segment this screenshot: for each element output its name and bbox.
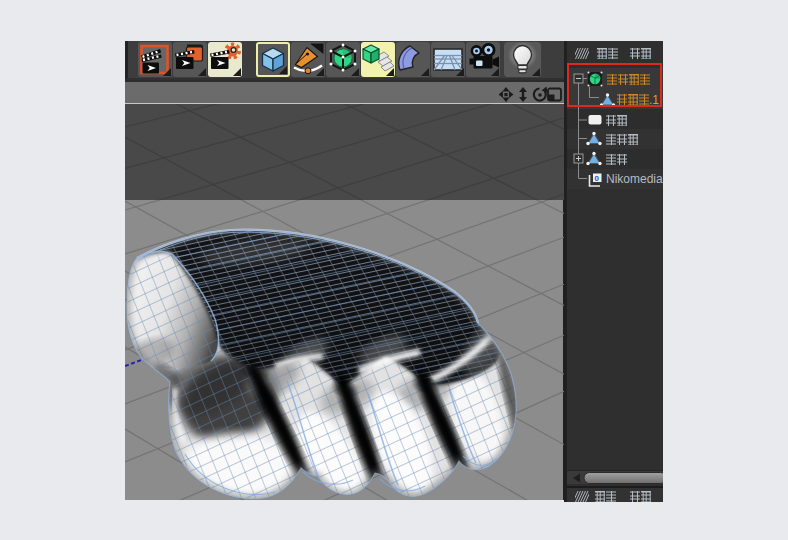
svg-text:0: 0 bbox=[595, 174, 600, 183]
